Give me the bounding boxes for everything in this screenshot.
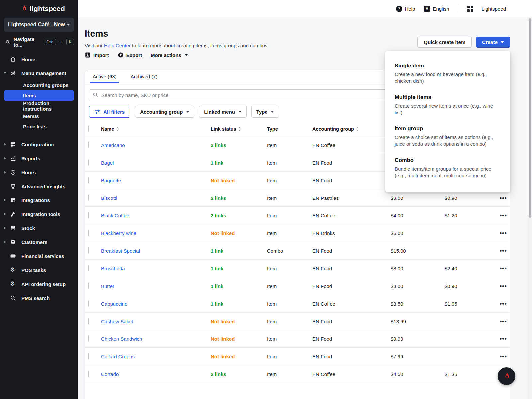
language-icon: A (424, 6, 430, 12)
help-menu[interactable]: ? Help (396, 6, 415, 12)
more-actions-button[interactable]: More actions (151, 52, 188, 58)
sidebar-item-accounting-groups[interactable]: Accounting groups (4, 80, 74, 90)
filter-linked-menu[interactable]: Linked menu (199, 106, 247, 118)
row-actions-button[interactable]: ••• (500, 195, 507, 201)
sidebar-item-api-ordering-setup[interactable]: ⚙ API ordering setup (0, 277, 78, 291)
row-checkbox[interactable] (88, 159, 89, 166)
row-actions-button[interactable]: ••• (500, 212, 507, 219)
accounting-group: EN Coffee (312, 213, 391, 218)
row-actions-button[interactable]: ••• (500, 283, 507, 290)
row-checkbox[interactable] (88, 283, 89, 289)
sidebar-item-reports[interactable]: Reports (0, 151, 78, 165)
row-checkbox[interactable] (88, 212, 89, 218)
all-filters-button[interactable]: All filters (89, 106, 130, 118)
scrollbar-thumb[interactable] (529, 18, 531, 218)
import-button[interactable]: Import (85, 52, 109, 58)
sidebar-item-customers[interactable]: Customers (0, 235, 78, 249)
link-status: 1 link (211, 266, 267, 271)
filter-type[interactable]: Type (251, 106, 279, 118)
tab-archived-7-[interactable]: Archived (7) (128, 70, 160, 83)
workspace-switcher[interactable]: Lightspeed Café - New ... (4, 18, 74, 32)
sidebar-item-home[interactable]: Home (0, 52, 78, 66)
sidebar-item-menu-management[interactable]: Menu management (0, 66, 78, 80)
sidebar-item-pos-tasks[interactable]: ⚙ POS tasks (0, 263, 78, 277)
sidebar-item-menus[interactable]: Menus (4, 111, 74, 121)
export-button[interactable]: Export (118, 52, 142, 58)
sidebar-item-integration-tools[interactable]: Integration tools (0, 207, 78, 221)
sidebar-item-production-instructions[interactable]: Production instructions (4, 101, 74, 111)
brand-label: Lightspeed (482, 6, 506, 12)
column-header-type[interactable]: Type (267, 126, 312, 132)
item-name-link[interactable]: Americano (101, 142, 211, 148)
item-name-link[interactable]: Bagel (101, 160, 211, 166)
sidebar-item-integrations[interactable]: Integrations (0, 193, 78, 207)
help-center-link[interactable]: Help Center (104, 43, 131, 48)
item-name-link[interactable]: Baguette (101, 178, 211, 183)
item-name-link[interactable]: Bruschetta (101, 266, 211, 271)
item-name-link[interactable]: Butter (101, 283, 211, 289)
create-menu-item-multiple-items[interactable]: Multiple items Create several new items … (385, 89, 510, 121)
item-name-link[interactable]: Cashew Salad (101, 319, 211, 324)
item-name-link[interactable]: Cappuccino (101, 301, 211, 307)
sidebar-item-hours[interactable]: Hours (0, 165, 78, 179)
item-name-link[interactable]: Blackberry wine (101, 230, 211, 236)
row-actions-button[interactable]: ••• (500, 335, 507, 342)
navigate-search[interactable]: Navigate to... Cmd + K (5, 36, 74, 48)
item-name-link[interactable]: Biscotti (101, 195, 211, 201)
item-name-link[interactable]: Collard Greens (101, 354, 211, 359)
expander-caret-icon (0, 199, 10, 201)
table-row: Collard Greens Not linked Item EN Food $… (85, 348, 510, 365)
create-menu-item-item-group[interactable]: Item group Create a choice set of items … (385, 121, 510, 152)
sidebar-item-stock[interactable]: Stock (0, 221, 78, 235)
sidebar-item-items[interactable]: Items (4, 90, 74, 101)
item-name-link[interactable]: Black Coffee (101, 213, 211, 218)
row-checkbox[interactable] (88, 371, 89, 377)
item-name-link[interactable]: Cortado (101, 371, 211, 377)
sidebar-item-label: Home (21, 57, 35, 62)
create-menu-item-combo[interactable]: Combo Bundle items/item groups for a spe… (385, 152, 510, 184)
language-menu[interactable]: A English (424, 6, 449, 12)
sidebar-item-advanced-insights[interactable]: Advanced insights (0, 179, 78, 193)
sidebar-item-icon (10, 155, 19, 162)
row-checkbox[interactable] (88, 318, 89, 324)
column-header-name[interactable]: Name (101, 126, 211, 132)
sidebar-item-financial-services[interactable]: Financial services (0, 249, 78, 263)
tab-active-63-[interactable]: Active (63) (90, 70, 119, 83)
lightspeed-fab-button[interactable] (498, 367, 515, 385)
sidebar-item-configuration[interactable]: Configuration (0, 137, 78, 151)
row-checkbox[interactable] (88, 230, 89, 236)
row-checkbox[interactable] (88, 247, 89, 254)
create-menu-item-title: Multiple items (395, 94, 502, 100)
column-header-accounting-group[interactable]: Accounting group (312, 126, 391, 132)
row-actions-button[interactable]: ••• (500, 318, 507, 325)
quick-create-item-button[interactable]: Quick create item (417, 37, 472, 48)
row-checkbox[interactable] (88, 142, 89, 148)
row-checkbox[interactable] (88, 177, 89, 183)
checkbox-cell (88, 283, 101, 289)
row-checkbox[interactable] (88, 265, 89, 271)
logo-text: lightspeed (30, 5, 65, 13)
row-checkbox[interactable] (88, 335, 89, 342)
create-button[interactable]: Create (476, 37, 510, 48)
row-checkbox[interactable] (88, 300, 89, 307)
row-actions-button[interactable]: ••• (500, 247, 507, 254)
row-checkbox[interactable] (88, 353, 89, 359)
expander-caret-icon (0, 241, 10, 243)
row-actions-button[interactable]: ••• (500, 230, 507, 237)
row-checkbox[interactable] (88, 195, 89, 201)
row-actions-button[interactable]: ••• (500, 265, 507, 272)
create-menu-item-single-item[interactable]: Single item Create a new food or beverag… (385, 58, 510, 89)
sidebar-item-pms-search[interactable]: PMS search (0, 291, 78, 305)
item-name-link[interactable]: Breakfast Special (101, 248, 211, 254)
column-header-link-status[interactable]: Link status (211, 126, 267, 132)
row-actions-button[interactable]: ••• (500, 300, 507, 307)
item-name-link[interactable]: Chicken Sandwich (101, 336, 211, 342)
brand-menu[interactable]: Lightspeed (482, 6, 506, 12)
select-all-checkbox[interactable] (88, 126, 89, 132)
row-actions-button[interactable]: ••• (500, 353, 507, 360)
filter-accounting-group[interactable]: Accounting group (135, 106, 194, 118)
sidebar-item-price-lists[interactable]: Price lists (4, 121, 74, 132)
apps-grid-icon[interactable] (467, 6, 473, 12)
checkbox-cell (88, 230, 101, 236)
sort-icon (238, 127, 241, 131)
